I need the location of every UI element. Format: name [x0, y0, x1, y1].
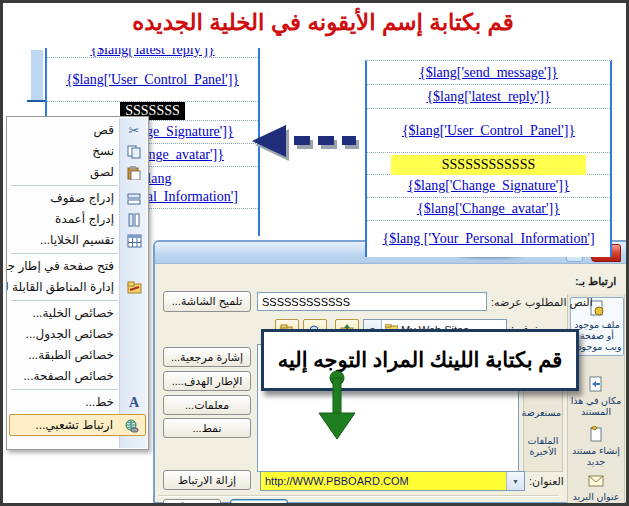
blue-dashed-arrow: [246, 123, 364, 165]
address-combo[interactable]: http://WWW.PBBOARD.COM ▼: [260, 471, 525, 491]
menu-item-label: إدارة المناطق القابلة للتحرير: [6, 277, 114, 298]
menu-item-hyperlink[interactable]: ارتباط تشعبي...: [9, 414, 146, 436]
menu-item-label: قص: [94, 120, 114, 141]
sidebar-item-label: عنوان البريد الإلكتروني: [573, 491, 620, 506]
menu-item-paste[interactable]: لصق: [7, 162, 148, 183]
font-icon: A: [124, 393, 144, 412]
menu-item-label: خصائص الطبقة...: [28, 345, 114, 366]
menu-item-cell-properties[interactable]: خصائص الخلية...: [7, 303, 148, 324]
email-icon: [570, 474, 622, 491]
menu-item-copy[interactable]: نسخ: [7, 141, 148, 162]
menu-item-label: خصائص الجدول...: [26, 324, 114, 345]
menu-item-table-properties[interactable]: خصائص الجدول...: [7, 324, 148, 345]
sidebar-item-create-new-document[interactable]: إنشاء مستند جديد: [570, 426, 622, 468]
menu-item-cut[interactable]: ✂ قص: [7, 120, 148, 141]
cancel-button[interactable]: إلغاء الأمر: [163, 499, 221, 506]
screentip-button[interactable]: تلميح الشاشة...: [163, 291, 251, 312]
address-value: http://WWW.PBBOARD.COM: [261, 475, 413, 487]
template-link[interactable]: {$lang['Change_Signature']}: [407, 177, 569, 195]
table-cell-link[interactable]: {$lang['User_Control_Panel']}: [47, 58, 258, 102]
right-template-table: {$lang['send_message']} {$lang['latest_r…: [365, 60, 612, 257]
menu-item-font[interactable]: A خط...: [7, 392, 148, 413]
blank-icon: [124, 257, 144, 276]
menu-item-label: خصائص الصفحة...: [23, 366, 114, 387]
page-title: قم بكتابة إسم الأيقونه في الخلية الجديده: [113, 9, 533, 36]
sidebar-item-email-address[interactable]: عنوان البريد الإلكتروني: [570, 474, 622, 506]
chevron-down-icon[interactable]: ▼: [506, 472, 524, 490]
table-cell-link[interactable]: {$lang['Change_Signature']}: [367, 175, 610, 198]
sidebar-item-label: إنشاء مستند جديد: [572, 445, 620, 467]
address-label: العنوان:: [529, 475, 564, 488]
dialog-divider: [159, 495, 559, 497]
menu-item-page-properties[interactable]: خصائص الصفحة...: [7, 366, 148, 387]
blank-icon: [124, 367, 144, 386]
menu-item-layer-properties[interactable]: خصائص الطبقة...: [7, 345, 148, 366]
display-text-input[interactable]: [257, 292, 487, 311]
table-cell-link[interactable]: {$lang['latest_reply']}: [47, 48, 258, 58]
table-cell-link[interactable]: {$lang['latest_reply']}: [367, 85, 610, 109]
template-link[interactable]: {$lang['Change_avatar']}: [417, 200, 560, 218]
menu-separator: [11, 300, 118, 301]
menu-item-insert-columns[interactable]: إدراج أعمدة: [7, 209, 148, 230]
menu-item-split-cells[interactable]: تقسيم الخلايا...: [7, 230, 148, 251]
menu-separator: [11, 185, 118, 186]
copy-icon: [124, 142, 144, 161]
menu-separator: [11, 253, 118, 254]
template-link[interactable]: {$lang['latest_reply']}: [90, 48, 214, 58]
menu-item-manage-editable-regions[interactable]: إدارة المناطق القابلة للتحرير: [7, 277, 148, 298]
highlighted-text: SSSSSSSSSSSS: [391, 155, 587, 175]
menu-item-label: نسخ: [92, 141, 114, 162]
target-frame-button[interactable]: الإطار الهدف....: [163, 371, 251, 391]
insert-rows-icon: [124, 189, 144, 208]
table-margin-strip: [31, 50, 43, 100]
menu-item-label: إدراج صفوف: [50, 188, 114, 209]
ok-button[interactable]: موافق: [230, 499, 288, 506]
table-cell-highlighted[interactable]: SSSSSSSSSSSS: [367, 153, 610, 175]
menu-item-label: إدراج أعمدة: [55, 209, 114, 230]
sidebar-item-label: مكان في هذا المستند: [571, 395, 622, 417]
recent-files-button[interactable]: الملفات الأخيرة: [525, 435, 561, 458]
context-menu: ✂ قص نسخ لصق إدراج صفوف إدراج أعمدة تقسي…: [6, 116, 149, 450]
green-arrow: [315, 369, 367, 443]
scissors-icon: ✂: [124, 121, 144, 140]
insert-columns-icon: [124, 210, 144, 229]
table-cell-link[interactable]: {$lang ['Your_Personal_Information']: [367, 221, 610, 257]
menu-separator: [11, 389, 118, 390]
paste-icon: [124, 163, 144, 182]
menu-item-label: فتح صفحة في إطار جديد: [6, 256, 114, 277]
hyperlink-icon: [121, 416, 141, 435]
table-cell-link[interactable]: {$lang['User_Control_Panel']}: [367, 109, 610, 153]
template-link[interactable]: {$lang['send_message']}: [419, 64, 558, 82]
menu-item-label: خط...: [85, 392, 114, 413]
split-cells-icon: [124, 231, 144, 250]
link-to-label: ارتباط بـ:: [575, 275, 616, 288]
screenshot-frame: قم بكتابة إسم الأيقونه في الخلية الجديده…: [0, 0, 629, 506]
style-button[interactable]: نمط...: [163, 418, 251, 438]
parameters-button[interactable]: معلمات...: [163, 395, 251, 415]
blank-icon: [124, 346, 144, 365]
menu-item-open-page-in-new-window[interactable]: فتح صفحة في إطار جديد: [7, 256, 148, 277]
template-link[interactable]: {$lang['User_Control_Panel']}: [66, 71, 239, 89]
blank-icon: [124, 304, 144, 323]
menu-item-label: خصائص الخلية...: [32, 303, 114, 324]
template-link[interactable]: {$lang ['Your_Personal_Information']: [382, 230, 594, 248]
browsed-pages-button[interactable]: مستعرضة: [525, 407, 561, 418]
text-to-display-label: النص المطلوب عرضه:: [491, 296, 593, 309]
menu-item-label: تقسيم الخلايا...: [40, 230, 114, 251]
remove-link-button[interactable]: إزالة الارتباط: [163, 470, 251, 490]
blank-icon: [124, 325, 144, 344]
callout-box: قم بكتابة اللينك المراد التوجه إليه: [261, 329, 579, 391]
link-to-sidebar: ملف موجود أو صفحة ويب موجودة مكان في هذا…: [567, 294, 625, 506]
template-link[interactable]: {$lang['User_Control_Panel']}: [402, 122, 575, 140]
sidebar-item-label: ملف موجود أو صفحة ويب موجودة: [572, 319, 621, 352]
menu-item-label: ارتباط تشعبي...: [35, 415, 113, 435]
new-document-icon: [570, 426, 622, 445]
table-cell-link[interactable]: {$lang['Change_avatar']}: [367, 198, 610, 221]
template-link[interactable]: {$lang['latest_reply']}: [426, 88, 550, 106]
menu-item-label: لصق: [90, 162, 114, 183]
table-cell-link[interactable]: {$lang['send_message']}: [367, 61, 610, 85]
manage-regions-icon: [124, 278, 144, 297]
bookmark-button[interactable]: إشارة مرجعية...: [163, 347, 251, 367]
menu-item-insert-rows[interactable]: إدراج صفوف: [7, 188, 148, 209]
